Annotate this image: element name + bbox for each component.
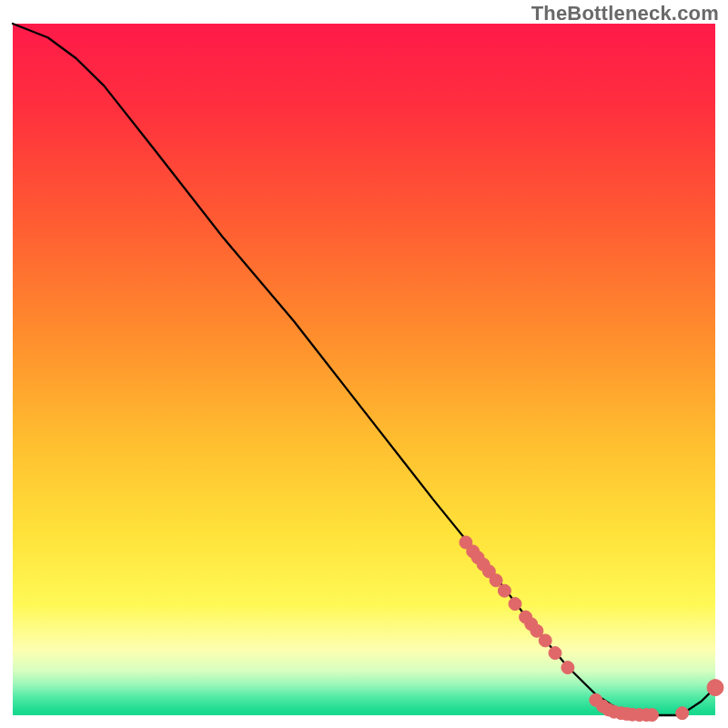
data-marker (707, 680, 723, 696)
data-marker (509, 598, 521, 611)
data-marker (490, 574, 502, 587)
data-marker (549, 647, 561, 660)
data-marker (676, 707, 689, 720)
data-marker (561, 662, 574, 674)
bottleneck-plot (0, 0, 728, 728)
watermark-label: TheBottleneck.com (531, 2, 719, 25)
data-marker (539, 634, 551, 647)
chart-container: TheBottleneck.com (0, 0, 728, 728)
plot-background (13, 24, 715, 715)
data-marker (498, 584, 511, 597)
data-marker (646, 709, 659, 722)
